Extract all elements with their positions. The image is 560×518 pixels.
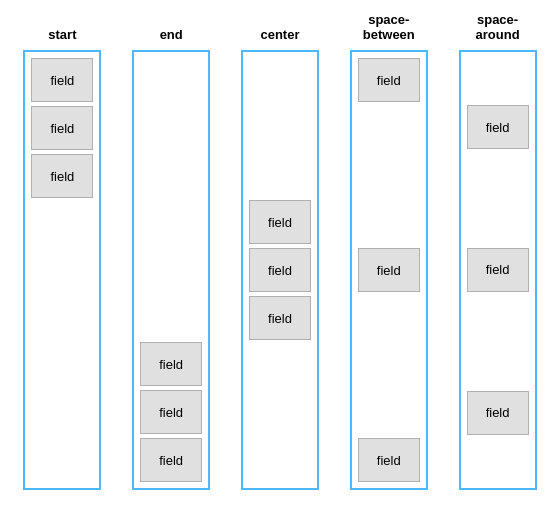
field-box: field xyxy=(31,106,93,150)
column-label-start: start xyxy=(48,10,76,42)
column-label-space-around: space- around xyxy=(476,10,520,42)
flex-container-start: field field field xyxy=(23,50,101,490)
column-center: center field field field xyxy=(232,10,327,490)
field-box: field xyxy=(140,438,202,482)
field-box: field xyxy=(249,248,311,292)
column-label-center: center xyxy=(260,10,299,42)
column-start: start field field field xyxy=(15,10,110,490)
field-box: field xyxy=(467,391,529,435)
flex-container-center: field field field xyxy=(241,50,319,490)
field-box: field xyxy=(358,58,420,102)
flex-container-end: field field field xyxy=(132,50,210,490)
field-box: field xyxy=(358,248,420,292)
field-box: field xyxy=(140,390,202,434)
column-label-end: end xyxy=(160,10,183,42)
field-box: field xyxy=(249,200,311,244)
field-box: field xyxy=(140,342,202,386)
column-space-between: space- between field field field xyxy=(341,10,436,490)
field-box: field xyxy=(249,296,311,340)
field-box: field xyxy=(358,438,420,482)
columns-wrapper: start field field field end field field … xyxy=(8,0,552,518)
page: start field field field end field field … xyxy=(0,0,560,518)
field-box: field xyxy=(467,248,529,292)
field-box: field xyxy=(467,105,529,149)
column-label-space-between: space- between xyxy=(363,10,415,42)
column-space-around: space- around field field field xyxy=(450,10,545,490)
column-end: end field field field xyxy=(124,10,219,490)
flex-container-space-around: field field field xyxy=(459,50,537,490)
field-box: field xyxy=(31,58,93,102)
field-box: field xyxy=(31,154,93,198)
flex-container-space-between: field field field xyxy=(350,50,428,490)
